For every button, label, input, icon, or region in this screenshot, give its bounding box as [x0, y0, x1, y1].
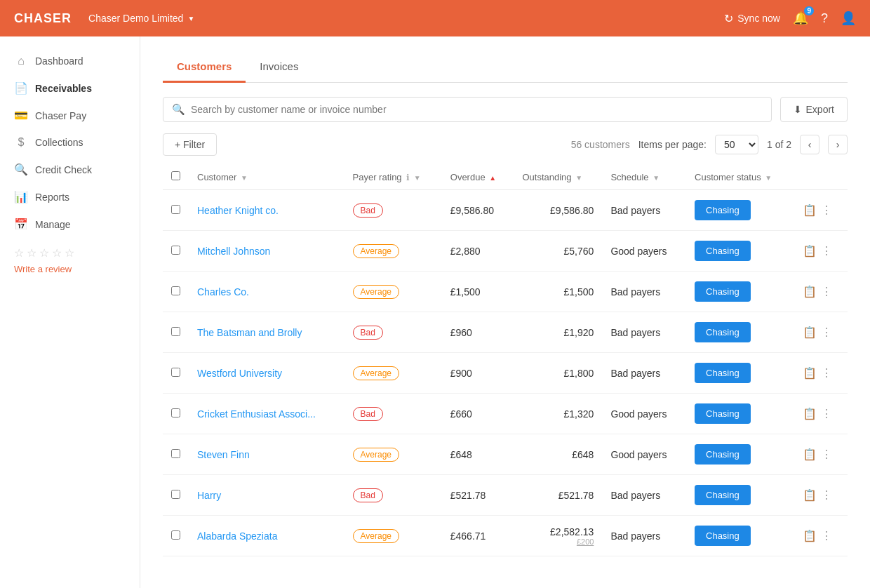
- select-all-checkbox[interactable]: [171, 171, 180, 180]
- row-actions: 📋 ⋮: [794, 516, 848, 556]
- customer-link[interactable]: The Batsman and Brolly: [197, 327, 302, 338]
- sidebar-item-dashboard[interactable]: ⌂ Dashboard: [0, 48, 140, 74]
- tab-customers[interactable]: Customers: [163, 53, 246, 83]
- sort-schedule-icon[interactable]: ▼: [652, 174, 660, 182]
- more-options-icon[interactable]: ⋮: [821, 285, 832, 298]
- filter-button[interactable]: + Filter: [163, 133, 217, 156]
- sort-customer-icon[interactable]: ▼: [241, 174, 248, 182]
- more-options-icon[interactable]: ⋮: [821, 203, 832, 217]
- row-actions: 📋 ⋮: [794, 231, 848, 272]
- row-checkbox[interactable]: [171, 327, 180, 336]
- document-icon[interactable]: 📋: [803, 285, 817, 298]
- customer-link[interactable]: Alabarda Speziata: [197, 530, 277, 542]
- star-1[interactable]: ☆: [14, 246, 24, 260]
- help-icon[interactable]: ?: [821, 11, 828, 26]
- document-icon[interactable]: 📋: [803, 448, 817, 461]
- action-icons: 📋 ⋮: [803, 407, 839, 420]
- payer-rating-badge: Average: [353, 244, 399, 258]
- sidebar: ⌂ Dashboard 📄 Receivables 💳 Chaser Pay $…: [0, 36, 140, 588]
- row-payer-rating: Average: [344, 231, 442, 272]
- document-icon[interactable]: 📋: [803, 244, 817, 258]
- customer-link[interactable]: Harry: [197, 490, 221, 501]
- sidebar-item-reports[interactable]: 📊 Reports: [0, 183, 140, 211]
- th-customer-status: Customer status ▼: [686, 164, 794, 190]
- chasing-button[interactable]: Chasing: [695, 485, 751, 505]
- sidebar-item-receivables[interactable]: 📄 Receivables: [0, 74, 140, 102]
- table-row: Charles Co. Average £1,500 £1,500 Bad pa…: [163, 272, 848, 312]
- notifications-button[interactable]: 🔔 9: [793, 11, 808, 26]
- chasing-button[interactable]: Chasing: [695, 322, 751, 342]
- star-3[interactable]: ☆: [39, 246, 49, 260]
- prev-page-button[interactable]: ‹: [800, 135, 819, 154]
- row-checkbox[interactable]: [171, 530, 180, 540]
- tab-invoices[interactable]: Invoices: [246, 53, 312, 83]
- row-checkbox[interactable]: [171, 205, 180, 214]
- document-icon[interactable]: 📋: [803, 407, 817, 420]
- star-5[interactable]: ☆: [65, 246, 74, 260]
- star-2[interactable]: ☆: [27, 246, 36, 260]
- customer-link[interactable]: Heather Knight co.: [197, 205, 279, 216]
- export-button[interactable]: ⬇ Export: [780, 97, 848, 122]
- sort-status-icon[interactable]: ▼: [765, 174, 772, 182]
- per-page-select[interactable]: 50 25 100: [715, 135, 758, 154]
- sync-button[interactable]: ↻ Sync now: [724, 12, 780, 25]
- more-options-icon[interactable]: ⋮: [821, 366, 832, 380]
- write-review-link[interactable]: Write a review: [0, 262, 140, 283]
- document-icon[interactable]: 📋: [803, 326, 817, 339]
- chasing-button[interactable]: Chasing: [695, 363, 751, 383]
- more-options-icon[interactable]: ⋮: [821, 244, 832, 258]
- sidebar-label-dashboard: Dashboard: [35, 55, 83, 67]
- row-customer: Heather Knight co.: [189, 190, 344, 231]
- row-checkbox[interactable]: [171, 449, 180, 458]
- sort-payer-rating-icon[interactable]: ▼: [414, 174, 421, 182]
- more-options-icon[interactable]: ⋮: [821, 407, 832, 420]
- document-icon[interactable]: 📋: [803, 529, 817, 542]
- star-4[interactable]: ☆: [52, 246, 62, 260]
- row-checkbox[interactable]: [171, 368, 180, 377]
- chasing-button[interactable]: Chasing: [695, 200, 751, 220]
- sidebar-item-manage[interactable]: 📅 Manage: [0, 211, 140, 238]
- document-icon[interactable]: 📋: [803, 488, 817, 502]
- row-overdue: £900: [442, 353, 514, 394]
- sidebar-item-credit-check[interactable]: 🔍 Credit Check: [0, 156, 140, 183]
- chasing-button[interactable]: Chasing: [695, 444, 751, 465]
- row-customer: Charles Co.: [189, 272, 344, 312]
- info-icon[interactable]: ℹ: [406, 173, 410, 182]
- more-options-icon[interactable]: ⋮: [821, 529, 832, 542]
- search-export-row: 🔍 ⬇ Export: [163, 97, 848, 122]
- table-row: Alabarda Speziata Average £466.71 £2,582…: [163, 516, 848, 556]
- dollar-icon: $: [14, 136, 28, 149]
- row-schedule: Good payers: [602, 231, 686, 272]
- more-options-icon[interactable]: ⋮: [821, 488, 832, 502]
- search-input[interactable]: [191, 98, 763, 121]
- row-checkbox[interactable]: [171, 490, 180, 499]
- customer-link[interactable]: Charles Co.: [197, 286, 249, 298]
- document-icon[interactable]: 📋: [803, 366, 817, 380]
- company-name: Chaser Demo Limited: [88, 13, 183, 24]
- customer-link[interactable]: Mitchell Johnson: [197, 246, 270, 257]
- action-icons: 📋 ⋮: [803, 488, 839, 502]
- sidebar-item-collections[interactable]: $ Collections: [0, 129, 140, 156]
- table-row: Mitchell Johnson Average £2,880 £5,760 G…: [163, 231, 848, 272]
- more-options-icon[interactable]: ⋮: [821, 326, 832, 339]
- sidebar-item-chaser-pay[interactable]: 💳 Chaser Pay: [0, 102, 140, 129]
- more-options-icon[interactable]: ⋮: [821, 448, 832, 461]
- sort-overdue-icon[interactable]: ▲: [489, 174, 496, 182]
- user-icon[interactable]: 👤: [841, 11, 856, 26]
- customer-link[interactable]: Cricket Enthusiast Associ...: [197, 408, 316, 420]
- chasing-button[interactable]: Chasing: [695, 526, 751, 546]
- document-icon[interactable]: 📋: [803, 203, 817, 217]
- next-page-button[interactable]: ›: [828, 135, 848, 154]
- row-checkbox[interactable]: [171, 246, 180, 255]
- customer-link[interactable]: Steven Finn: [197, 449, 250, 460]
- company-selector[interactable]: Chaser Demo Limited ▼: [88, 13, 194, 24]
- th-payer-rating: Payer rating ℹ ▼: [344, 164, 442, 190]
- sort-outstanding-icon[interactable]: ▼: [575, 174, 582, 182]
- main-content: Customers Invoices 🔍 ⬇ Export + Filter 5…: [140, 36, 870, 588]
- row-checkbox[interactable]: [171, 286, 180, 295]
- chasing-button[interactable]: Chasing: [695, 241, 751, 261]
- chasing-button[interactable]: Chasing: [695, 403, 751, 424]
- row-checkbox[interactable]: [171, 408, 180, 417]
- chasing-button[interactable]: Chasing: [695, 281, 751, 302]
- customer-link[interactable]: Westford University: [197, 368, 282, 379]
